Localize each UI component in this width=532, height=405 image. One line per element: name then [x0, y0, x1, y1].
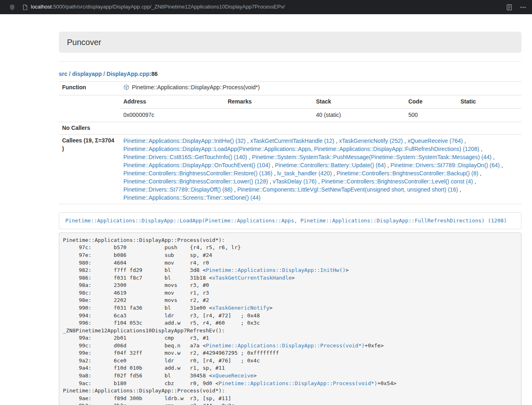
breadcrumb: src / displayapp / DisplayApp.cpp:86	[59, 70, 521, 78]
breadcrumb-links: src / displayapp / DisplayApp.cpp	[59, 71, 149, 77]
callee-separator: ,	[403, 138, 408, 144]
callee-link[interactable]: Pinetime::Controllers::BrightnessControl…	[123, 178, 268, 185]
code-symbol-link[interactable]: xQueueReceive	[212, 373, 254, 379]
browser-bar: localhost:5000/path/src/displayapp/Displ…	[0, 0, 532, 14]
page-content: Puncover src / displayapp / DisplayApp.c…	[59, 32, 521, 405]
callee-link[interactable]: Pinetime::Controllers::Battery::Update()…	[275, 162, 386, 168]
code-symbol-link[interactable]: xTaskGenericNotify	[212, 305, 269, 311]
no-callers-row: No Callers	[59, 122, 521, 134]
callee-separator: ,	[247, 154, 252, 160]
shield-icon[interactable]	[9, 4, 15, 11]
cell-static	[457, 108, 521, 121]
callee-link[interactable]: Pinetime::Applications::DisplayApp::Load…	[123, 146, 479, 152]
callee-separator: ,	[332, 170, 337, 177]
callee-separator: ,	[473, 178, 476, 185]
stats-row: Address Remarks Stack Code Static 0x0000…	[59, 95, 521, 122]
page-title-banner: Puncover	[59, 32, 521, 53]
cell-address: 0x0000097c	[120, 108, 224, 121]
callee-separator: ,	[317, 178, 321, 185]
function-table: Function Pinetime::Applications::Display…	[59, 81, 521, 204]
callee-separator: ,	[491, 154, 495, 160]
callee-link[interactable]: Pinetime::Drivers::Cst816S::GetTouchInfo…	[123, 154, 247, 160]
code-symbol-link[interactable]: xTaskGetCurrentTaskHandle	[212, 275, 292, 281]
stats-cell: Address Remarks Stack Code Static 0x0000…	[120, 95, 521, 122]
col-header-stack: Stack	[313, 95, 405, 108]
stats-header-row: Address Remarks Stack Code Static	[120, 95, 521, 108]
disassembly-code-block: Pinetime::Applications::DisplayApp::Proc…	[59, 233, 521, 405]
callee-link[interactable]: lv_task_handler (420)	[277, 170, 332, 177]
callee-separator: ,	[478, 170, 482, 177]
callee-separator: ,	[458, 186, 461, 193]
url-host: localhost	[31, 4, 52, 10]
highlight-panel: Pinetime::Applications::DisplayApp::Load…	[59, 212, 521, 229]
col-header-address: Address	[120, 95, 224, 108]
stats-table: Address Remarks Stack Code Static 0x0000…	[120, 95, 521, 122]
callee-separator: ,	[500, 162, 503, 168]
function-symbol-cell: Pinetime::Applications::DisplayApp::Proc…	[120, 82, 521, 95]
url-bar[interactable]: localhost:5000/path/src/displayapp/Displ…	[19, 3, 499, 11]
cell-code: 500	[405, 108, 457, 121]
code-symbol-link[interactable]: Pinetime::Applications::DisplayApp::Proc…	[206, 343, 364, 349]
cube-icon	[123, 84, 129, 93]
loadapp-symbol-link[interactable]: Pinetime::Applications::DisplayApp::Load…	[65, 218, 507, 224]
callee-link[interactable]: Pinetime::Controllers::BrightnessControl…	[336, 170, 478, 177]
breadcrumb-link[interactable]: src	[59, 71, 67, 77]
callee-separator: ,	[233, 186, 237, 193]
breadcrumb-link[interactable]: displayapp	[72, 71, 102, 77]
col-header-static: Static	[457, 95, 521, 108]
cell-remarks	[224, 108, 313, 121]
no-callers-label: No Callers	[59, 122, 120, 134]
callee-link[interactable]: Pinetime::Controllers::BrightnessControl…	[123, 170, 272, 177]
callee-link[interactable]: xQueueReceive (764)	[407, 138, 463, 144]
callee-separator: ,	[272, 170, 277, 177]
url-path: :5000/path/src/displayapp/DisplayApp.cpp…	[52, 4, 285, 10]
function-symbol: Pinetime::Applications::DisplayApp::Proc…	[132, 84, 260, 90]
callee-link[interactable]: Pinetime::Applications::Screens::Timer::…	[123, 194, 261, 201]
url-text: localhost:5000/path/src/displayapp/Displ…	[31, 3, 285, 11]
code-symbol-link[interactable]: Pinetime::Applications::DisplayApp::Init…	[206, 267, 345, 273]
callees-list: Pinetime::Applications::DisplayApp::Init…	[120, 134, 521, 204]
stats-values-row: 0x0000097c 40 (static) 500	[120, 108, 521, 121]
callee-link[interactable]: Pinetime::System::SystemTask::PushMessag…	[252, 154, 492, 160]
breadcrumb-line-number: :86	[149, 71, 157, 77]
callee-link[interactable]: vTaskDelay (176)	[273, 178, 317, 185]
overflow-menu-icon[interactable]	[520, 4, 526, 11]
callees-label: Callees (19, Σ=3704 )	[59, 134, 120, 204]
callee-separator: ,	[463, 138, 466, 144]
breadcrumb-link[interactable]: DisplayApp.cpp	[107, 71, 150, 77]
col-header-code: Code	[405, 95, 457, 108]
callee-separator: ,	[334, 138, 339, 144]
callees-row: Callees (19, Σ=3704 ) Pinetime::Applicat…	[59, 134, 521, 204]
page-title: Puncover	[67, 38, 101, 47]
callee-separator: ,	[386, 162, 391, 168]
cell-stack: 40 (static)	[313, 108, 405, 121]
callee-link[interactable]: xTaskGetCurrentTaskHandle (12)	[250, 138, 334, 144]
callee-link[interactable]: Pinetime::Components::LittleVgl::SetNewT…	[237, 186, 458, 193]
callee-separator: ,	[246, 138, 250, 144]
callee-separator: ,	[270, 162, 275, 168]
function-label: Function	[59, 82, 120, 95]
callee-separator: ,	[268, 178, 273, 185]
code-symbol-link[interactable]: Pinetime::Applications::DisplayApp::Proc…	[219, 380, 377, 386]
breadcrumb-separator: /	[67, 71, 72, 77]
reader-view-icon[interactable]	[506, 4, 513, 11]
callee-separator: ,	[479, 146, 482, 152]
col-header-remarks: Remarks	[224, 95, 313, 108]
callee-link[interactable]: xTaskGenericNotify (252)	[339, 138, 403, 144]
no-callers-empty-cell	[120, 122, 521, 134]
spacer-cell	[59, 95, 120, 122]
callee-link[interactable]: Pinetime::Controllers::BrightnessControl…	[321, 178, 473, 185]
callee-link[interactable]: Pinetime::Drivers::St7789::DisplayOn() (…	[390, 162, 500, 168]
divider	[59, 61, 521, 62]
page-icon	[23, 4, 28, 10]
callee-link[interactable]: Pinetime::Applications::DisplayApp::Init…	[123, 138, 246, 144]
callee-link[interactable]: Pinetime::Drivers::St7789::DisplayOff() …	[123, 186, 233, 193]
breadcrumb-separator: /	[102, 71, 107, 77]
callee-link[interactable]: Pinetime::Applications::DisplayApp::OnTo…	[123, 162, 270, 168]
function-row: Function Pinetime::Applications::Display…	[59, 82, 521, 95]
